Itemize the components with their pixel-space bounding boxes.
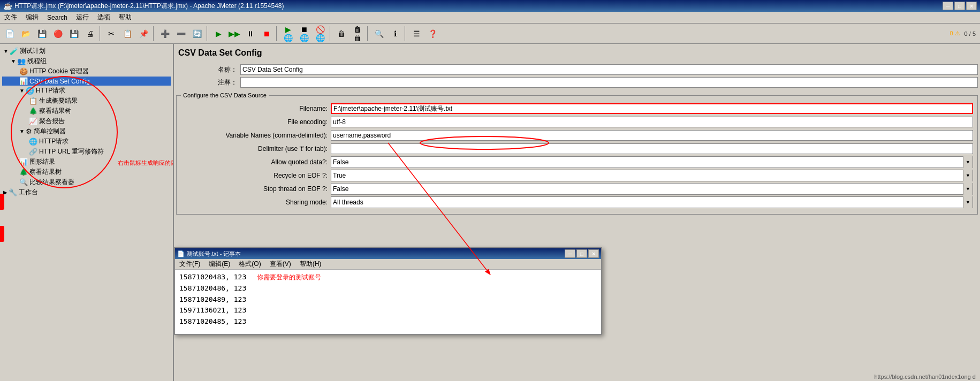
allow-quoted-label: Allow quoted data?: [181,158,331,166]
close-button[interactable]: ✕ [966,2,977,10]
allow-quoted-select[interactable]: False ▼ [331,156,973,168]
left-panel: 右击鼠标生成响应的目标 ▼ 🧪 测试计划 ▼ 👥 线程组 🍪 HTTP Cook… [0,44,174,381]
notepad-maximize[interactable]: □ [576,249,587,258]
tree-item-workbench[interactable]: ▶ 🔧 工作台 [2,187,171,197]
separator1 [100,26,102,41]
tree-item-compare[interactable]: 🔍 比较结果察看器 [2,177,171,187]
np-menu-help[interactable]: 帮助(H) [295,259,326,269]
stop-thread-arrow[interactable]: ▼ [963,183,973,195]
expand-button[interactable]: ➕ [157,26,172,41]
clear-button[interactable]: 🗑 [334,26,349,41]
notepad-menubar: 文件(F) 编辑(E) 格式(O) 查看(V) 帮助(H) [175,259,601,270]
sharing-mode-arrow[interactable]: ▼ [963,196,973,208]
menu-search[interactable]: Search [43,13,72,22]
copy-button[interactable]: 📋 [120,26,135,41]
name-input[interactable] [240,64,978,75]
tree-item-view-tree2[interactable]: 🌲 察看结果树 [2,167,171,177]
delimiter-label: Delimiter (use 't' for tab): [181,145,331,153]
np-menu-format[interactable]: 格式(O) [234,259,265,269]
view-tree-label: 察看结果树 [39,106,71,116]
recycle-eof-select[interactable]: True ▼ [331,170,973,181]
menu-run[interactable]: 运行 [72,12,93,23]
file-encoding-input[interactable] [331,117,973,127]
np-menu-edit[interactable]: 编辑(E) [204,259,234,269]
open-button[interactable]: 📂 [18,26,33,41]
menu-options[interactable]: 选项 [93,12,115,23]
window-controls[interactable]: ─ □ ✕ [943,2,977,10]
tree-item-http-request[interactable]: ▼ 🌐 HTTP请求 [2,86,171,96]
remote-exit-button[interactable]: 🚫🌐 [313,26,328,41]
tree-item-http-url-rewrite[interactable]: 🔗 HTTP URL 重写修饰符 [2,147,171,157]
comment-input[interactable] [240,77,978,88]
stop-thread-select[interactable]: False ▼ [331,183,973,195]
pause-button[interactable]: ⏸ [243,26,258,41]
expand-icon[interactable]: ▼ [3,48,9,54]
http-label: HTTP请求 [36,86,65,95]
separator4 [276,26,278,41]
toolbar-right: 0 ⚠ 0 / 5 [949,30,978,37]
expand-icon[interactable]: ▼ [19,128,25,134]
separator5 [330,26,332,41]
np-menu-file[interactable]: 文件(F) [175,259,204,269]
paste-button[interactable]: 📌 [136,26,151,41]
print-button[interactable]: 🖨 [82,26,97,41]
cut-button[interactable]: ✂ [104,26,119,41]
save-button[interactable]: 💾 [34,26,49,41]
start-no-pause-button[interactable]: ▶▶ [227,26,242,41]
annotation-text: 右击鼠标生成响应的目标 [118,159,174,167]
stop-run-button[interactable]: ⏹ [259,26,274,41]
delimiter-input[interactable] [331,143,973,154]
menu-help[interactable]: 帮助 [115,12,136,23]
tree-item-thread-group[interactable]: ▼ 👥 线程组 [2,56,171,66]
start-button[interactable]: ▶ [211,26,226,41]
info-button[interactable]: ℹ [388,26,402,41]
variable-names-row: Variable Names (comma-delimited): [181,129,973,141]
recycle-eof-arrow[interactable]: ▼ [963,170,973,181]
menu-file[interactable]: 文件 [0,12,21,23]
csv-panel-title: CSV Data Set Config [176,46,978,60]
search-button[interactable]: 🔍 [371,26,386,41]
notepad-minimize[interactable]: ─ [565,249,575,258]
tree-item-generate[interactable]: 📋 生成概要结果 [2,96,171,106]
left-red-tab2 [0,226,4,242]
filename-input[interactable] [331,103,973,114]
save2-button[interactable]: 💾 [66,26,81,41]
stop-button[interactable]: 🔴 [50,26,65,41]
list-button[interactable]: ☰ [409,26,424,41]
thread-group-label: 线程组 [27,57,47,66]
filename-row: Filename: [181,103,973,115]
http2-icon: 🌐 [29,138,37,146]
allow-quoted-arrow[interactable]: ▼ [963,156,973,168]
tree-item-test-plan[interactable]: ▼ 🧪 测试计划 [2,46,171,56]
tree-item-http-request2[interactable]: 🌐 HTTP请求 [2,136,171,147]
tree-item-http-cookie[interactable]: 🍪 HTTP Cookie 管理器 [2,66,171,77]
help-button[interactable]: ❓ [425,26,440,41]
maximize-button[interactable]: □ [954,2,965,10]
tree-item-view-tree1[interactable]: 🌲 察看结果树 [2,106,171,116]
minimize-button[interactable]: ─ [943,2,953,10]
np-menu-view[interactable]: 查看(V) [265,259,295,269]
menu-edit[interactable]: 编辑 [21,12,43,23]
separator7 [405,26,407,41]
notepad-titlebar: 📄 测试账号.txt - 记事本 ─ □ ✕ [175,248,601,259]
sharing-mode-select[interactable]: All threads ▼ [331,196,973,208]
aggregate-label: 聚合报告 [39,117,65,126]
tree-item-csv-data[interactable]: 📊 CSV Data Set Config [2,77,171,86]
expand-icon[interactable]: ▼ [11,58,16,64]
graph-label: 图形结果 [29,157,55,166]
notepad-close[interactable]: ✕ [588,249,599,258]
remote-stop-button[interactable]: ⏹🌐 [297,26,312,41]
np-line-4: 15971136021, 123 [179,305,597,316]
cookie-label: HTTP Cookie 管理器 [29,67,89,76]
clear-all-button[interactable]: 🗑🗑 [350,26,365,41]
refresh-button[interactable]: 🔄 [189,26,204,41]
tree-item-simple-ctrl[interactable]: ▼ ⚙ 简单控制器 [2,126,171,136]
toolbar: 📄 📂 💾 🔴 💾 🖨 ✂ 📋 📌 ➕ ➖ 🔄 ▶ ▶▶ ⏸ ⏹ ▶🌐 ⏹🌐 🚫… [0,24,980,44]
variable-names-input[interactable] [331,130,973,141]
remote-start-button[interactable]: ▶🌐 [280,26,295,41]
new-button[interactable]: 📄 [2,26,17,41]
collapse-button[interactable]: ➖ [173,26,188,41]
tree-item-aggregate[interactable]: 📈 聚合报告 [2,116,171,126]
url-rewrite-icon: 🔗 [29,148,37,156]
expand-icon[interactable]: ▼ [19,88,25,94]
